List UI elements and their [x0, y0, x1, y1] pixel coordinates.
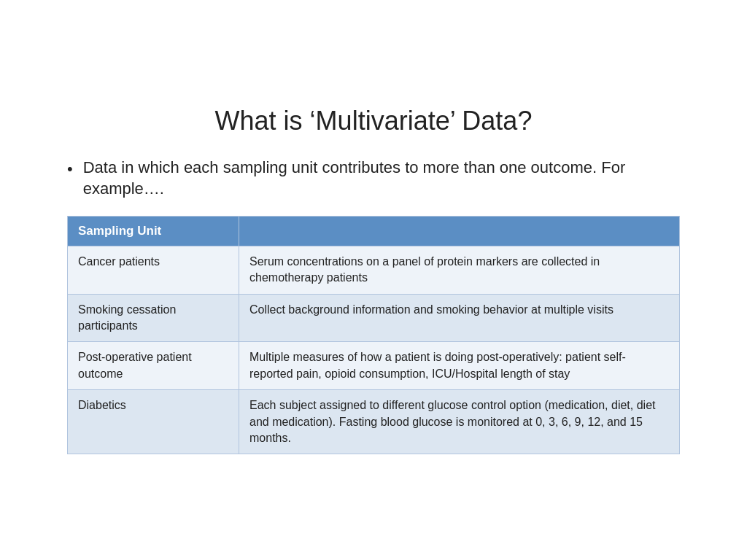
- table-row: Post-operative patient outcomeMultiple m…: [68, 342, 680, 390]
- table-header-row: Sampling Unit: [68, 216, 680, 246]
- table-cell-description: Collect background information and smoki…: [239, 294, 680, 342]
- table-cell-unit: Smoking cessation participants: [68, 294, 239, 342]
- table-row: Smoking cessation participantsCollect ba…: [68, 294, 680, 342]
- table-cell-description: Multiple measures of how a patient is do…: [239, 342, 680, 390]
- bullet-item: • Data in which each sampling unit contr…: [67, 157, 680, 200]
- table-cell-unit: Cancer patients: [68, 246, 239, 294]
- table-cell-description: Each subject assigned to different gluco…: [239, 390, 680, 454]
- table-row: Cancer patientsSerum concentrations on a…: [68, 246, 680, 294]
- slide: What is ‘Multivariate’ Data? • Data in w…: [23, 84, 724, 477]
- data-table: Sampling Unit Cancer patientsSerum conce…: [67, 216, 680, 455]
- table-cell-unit: Diabetics: [68, 390, 239, 454]
- bullet-dot: •: [67, 158, 73, 180]
- header-col-unit: Sampling Unit: [68, 216, 239, 246]
- bullet-text: Data in which each sampling unit contrib…: [83, 157, 680, 200]
- slide-title: What is ‘Multivariate’ Data?: [67, 106, 680, 136]
- header-col-desc: [239, 216, 680, 246]
- table-row: DiabeticsEach subject assigned to differ…: [68, 390, 680, 454]
- table-cell-unit: Post-operative patient outcome: [68, 342, 239, 390]
- bullet-section: • Data in which each sampling unit contr…: [67, 157, 680, 200]
- table-cell-description: Serum concentrations on a panel of prote…: [239, 246, 680, 294]
